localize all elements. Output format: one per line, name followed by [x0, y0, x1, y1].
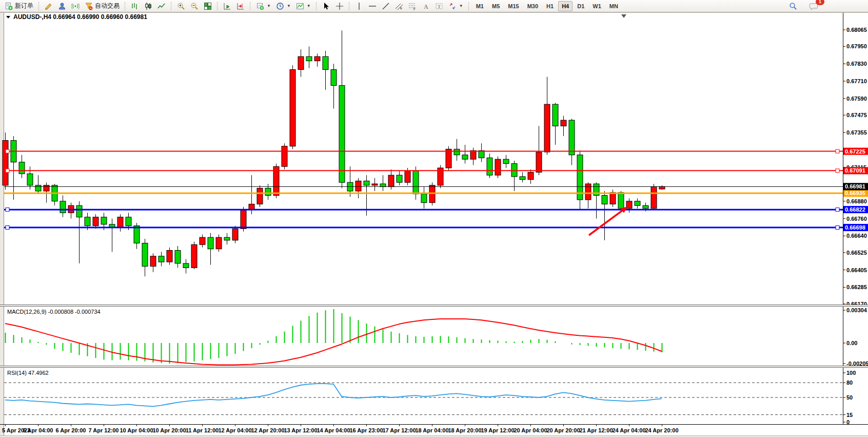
horizontal-line-tool-button[interactable] — [366, 1, 379, 12]
candlestick-up — [290, 69, 295, 146]
candlestick-down — [101, 217, 107, 224]
timeframe-m1[interactable]: M1 — [472, 1, 487, 11]
candlestick-down — [323, 56, 328, 69]
new-order-button[interactable]: 新订单 — [2, 1, 36, 12]
current-price-box-label: 0.66981 — [845, 183, 865, 189]
window-left-edge — [0, 12, 4, 437]
candlestick-down — [208, 237, 213, 249]
candlestick-up — [3, 140, 8, 185]
line-handle[interactable] — [6, 169, 9, 173]
line-handle[interactable] — [836, 149, 839, 153]
toolbar-separator — [349, 2, 350, 10]
arrows-tool-button[interactable]: ▼ — [446, 1, 466, 12]
new-order-icon — [5, 2, 13, 10]
bar-chart-button[interactable] — [128, 1, 142, 12]
timeframe-m30[interactable]: M30 — [524, 1, 542, 11]
candlestick-down — [413, 171, 419, 194]
signals-button[interactable] — [69, 1, 82, 12]
svg-text:T: T — [438, 4, 441, 9]
price-chart-svg[interactable]: 0.680650.679500.678300.677100.675900.674… — [0, 12, 868, 437]
signal-icon — [71, 2, 80, 10]
candlestick-down — [643, 205, 648, 208]
timeframe-mn[interactable]: MN — [606, 1, 622, 11]
candlestick-down — [454, 149, 460, 155]
auto-scroll-button[interactable] — [221, 1, 234, 12]
trader-icon — [58, 2, 66, 10]
fibonacci-tool-button[interactable]: F — [406, 1, 419, 12]
macd-indicator-label: MACD(12,26,9) -0.000808 -0.000734 — [7, 309, 101, 315]
candlestick-down — [306, 56, 312, 61]
line-handle[interactable] — [6, 149, 9, 153]
line-chart-icon — [157, 2, 166, 10]
line-chart-button[interactable] — [155, 1, 168, 12]
chart-shift-button[interactable] — [234, 1, 247, 12]
timeframe-h4-active[interactable]: H4 — [558, 1, 573, 11]
candlestick-up — [93, 217, 98, 226]
price-axis-label: 0.67830 — [846, 61, 867, 67]
candlestick-down — [19, 162, 25, 174]
macd-axis-label: 0.00 — [846, 340, 857, 346]
auto-trading-funnel-icon — [85, 2, 93, 10]
candlestick-down — [339, 85, 345, 182]
chart-area[interactable]: 0.680650.679500.678300.677100.675900.674… — [0, 12, 868, 437]
line-handle[interactable] — [6, 208, 9, 212]
candlestick-down — [569, 120, 575, 155]
new-chart-icon — [256, 2, 264, 10]
timeframe-w1[interactable]: W1 — [589, 1, 605, 11]
channel-tool-button[interactable]: E — [392, 1, 406, 12]
candlestick-down — [35, 185, 41, 191]
styles-button[interactable] — [42, 1, 55, 12]
candlestick-up — [191, 244, 197, 268]
line-handle[interactable] — [836, 208, 839, 212]
auto-scroll-icon — [223, 2, 231, 10]
vertical-line-tool-button[interactable] — [352, 1, 366, 12]
line-handle[interactable] — [6, 226, 9, 230]
line-handle[interactable] — [836, 169, 839, 173]
tile-windows-button[interactable] — [201, 1, 214, 12]
candlestick-up — [405, 171, 410, 183]
time-axis-label: 18 Apr 20:00 — [448, 427, 481, 433]
svg-text:F: F — [413, 7, 416, 10]
candlestick-down — [380, 184, 386, 187]
candlestick-chart-button[interactable] — [142, 1, 155, 12]
periodicity-button[interactable]: ▼ — [273, 1, 293, 12]
indicators-button[interactable]: ▼ — [293, 1, 313, 12]
vertical-line-icon — [355, 2, 363, 10]
depth-of-market-button[interactable] — [55, 1, 69, 12]
cursor-button[interactable] — [320, 1, 333, 12]
indicator-list-icon — [296, 2, 304, 10]
zoom-in-button[interactable] — [174, 1, 188, 12]
line-handle[interactable] — [836, 226, 839, 230]
timeframe-m5[interactable]: M5 — [488, 1, 503, 11]
auto-trading-button[interactable]: 自动交易 — [82, 1, 122, 12]
candlestick-up — [446, 149, 451, 168]
candlestick-down — [27, 174, 33, 185]
trendline-tool-button[interactable] — [379, 1, 392, 12]
search-button[interactable] — [786, 1, 800, 12]
text-label-tool-button[interactable]: T — [432, 1, 446, 12]
rsi-axis-label: 15 — [846, 412, 853, 418]
time-axis-label: 13 Apr 12:00 — [284, 427, 317, 433]
new-chart-button[interactable]: ▼ — [253, 1, 273, 12]
time-axis-label: 18 Apr 04:00 — [415, 427, 448, 433]
toolbar: 新订单 自动交易 — [0, 0, 868, 12]
candlestick-chart-icon — [144, 2, 152, 10]
chart-title: AUDUSD-,H4 0.66964 0.66990 0.66960 0.669… — [13, 13, 147, 21]
macd-axis-label: 0.00304 — [846, 307, 867, 313]
time-axis-label: 16 Apr 23:00 — [349, 427, 383, 433]
timeframe-h1[interactable]: H1 — [543, 1, 557, 11]
candlestick-up — [651, 187, 657, 208]
timeframe-m15[interactable]: M15 — [504, 1, 522, 11]
price-axis-label: 0.66640 — [846, 233, 867, 239]
text-tool-button[interactable]: A — [419, 1, 432, 12]
candlestick-up — [241, 210, 246, 229]
zoom-out-button[interactable] — [188, 1, 201, 12]
candlestick-up — [610, 193, 616, 204]
candlestick-down — [331, 69, 337, 85]
candlestick-down — [159, 256, 164, 262]
candlestick-up — [150, 256, 156, 267]
candlestick-down — [635, 201, 640, 205]
timeframe-d1[interactable]: D1 — [574, 1, 588, 11]
crosshair-button[interactable] — [333, 1, 346, 12]
candlestick-down — [462, 155, 468, 159]
